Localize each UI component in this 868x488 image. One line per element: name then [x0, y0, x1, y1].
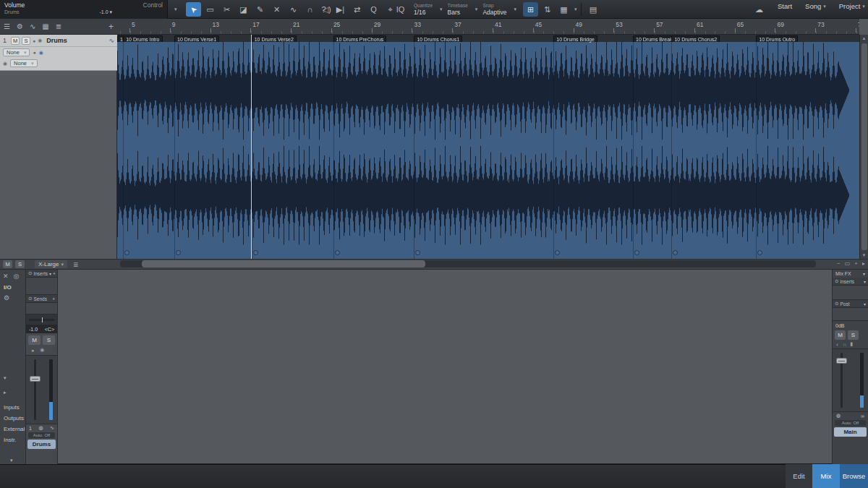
track-grid-icon[interactable]: ▦: [42, 22, 48, 30]
input-quantize-button[interactable]: IQ: [393, 2, 408, 17]
keyboard-panel-button[interactable]: ▤: [586, 2, 601, 17]
automation-icon[interactable]: ∿: [30, 22, 35, 30]
snap-mode-button[interactable]: ⊞: [523, 2, 538, 17]
channel-monitor-icon[interactable]: ◉: [40, 347, 44, 353]
horizontal-scrollbar[interactable]: [120, 260, 816, 267]
add-insert-button[interactable]: +: [53, 271, 56, 276]
post-power-icon[interactable]: ⊙: [835, 301, 838, 307]
channel-volume-value[interactable]: -1.0: [29, 327, 38, 332]
drums-audio-event[interactable]: [117, 42, 859, 259]
output-speaker-icon[interactable]: ◉: [3, 61, 7, 67]
rail-item-instr[interactable]: Instr.: [0, 435, 26, 445]
post-list[interactable]: [833, 308, 868, 321]
main-inserts-caret-icon[interactable]: ▾: [864, 279, 866, 284]
section-tab[interactable]: 10 Drums Bridge: [553, 35, 597, 42]
channel-pan-value[interactable]: <C>: [45, 327, 54, 332]
channel-solo-button[interactable]: S: [43, 335, 55, 345]
song-page-button[interactable]: Song▾: [805, 2, 826, 10]
timebase-value[interactable]: Bars: [448, 9, 468, 16]
main-solo-button[interactable]: S: [848, 330, 859, 340]
track-mute-button[interactable]: M: [11, 37, 20, 45]
channel-name-tab[interactable]: Drums: [27, 440, 56, 449]
project-page-button[interactable]: Project▾: [839, 2, 865, 10]
bar-ruler[interactable]: 591317212529333741454953576165697377: [117, 19, 859, 35]
close-console-button[interactable]: ✕: [3, 273, 9, 280]
main-gain-value[interactable]: 0dB: [833, 321, 868, 329]
scroll-right-icon[interactable]: ▸: [862, 260, 865, 267]
input-monitor-icon[interactable]: ◉: [39, 50, 43, 56]
inserts-power-icon[interactable]: ⊙: [28, 270, 32, 276]
arrow-tool-button[interactable]: ➤: [186, 2, 201, 17]
channel-mute-button[interactable]: M: [28, 335, 41, 345]
paint-tool-button[interactable]: ✎: [252, 2, 268, 17]
expand-banks-icon[interactable]: ▸: [4, 390, 7, 395]
split-tool-button[interactable]: ✂: [219, 2, 234, 17]
track-header-drums[interactable]: 1 M S ● ◉ Drums ∿ None▾ ● ◉ ◉ None▾: [0, 35, 117, 71]
autoscroll-button[interactable]: ⇄: [349, 2, 365, 17]
parameter-value[interactable]: -1.0 ▾: [99, 9, 112, 15]
zoom-out-button[interactable]: −: [837, 260, 841, 267]
range-tool-button[interactable]: ▭: [203, 2, 218, 17]
sends-power-icon[interactable]: ⊙: [28, 296, 32, 301]
footer-list-icon[interactable]: ≣: [73, 261, 79, 268]
section-tab[interactable]: 10 Drums Chorus2: [671, 35, 720, 42]
follow-playback-button[interactable]: ▶|: [333, 2, 348, 17]
track-height-button[interactable]: ⇅: [540, 2, 555, 17]
main-fader-cap[interactable]: [836, 358, 847, 364]
mixfx-label[interactable]: Mix FX: [835, 271, 861, 276]
bend-tool-button[interactable]: ∿: [286, 2, 301, 17]
rail-item-outputs[interactable]: Outputs: [0, 413, 26, 424]
track-wrench-icon[interactable]: ⚙: [17, 22, 23, 30]
global-mute-button[interactable]: M: [3, 260, 12, 268]
track-record-arm-icon[interactable]: ●: [33, 38, 35, 43]
quantize-toggle-button[interactable]: Q: [366, 2, 381, 17]
collapse-banks-icon[interactable]: ▾: [4, 375, 7, 381]
main-globe-icon[interactable]: ◍: [836, 413, 841, 419]
section-tab[interactable]: 10 Drums Break: [633, 35, 676, 42]
rail-item-inputs[interactable]: Inputs: [0, 402, 26, 413]
main-meter-icon[interactable]: ▮: [850, 341, 853, 347]
pan-control[interactable]: [26, 314, 57, 325]
section-tab[interactable]: 10 Drums Outro: [756, 35, 798, 42]
eraser-tool-button[interactable]: ◪: [236, 2, 251, 17]
track-monitor-icon[interactable]: ◉: [38, 38, 42, 43]
vertical-scrollbar[interactable]: ▴ ▾: [859, 35, 868, 259]
start-page-button[interactable]: Start: [778, 2, 792, 10]
mix-view-button[interactable]: Mix: [812, 464, 840, 488]
horizontal-scroll-handle[interactable]: [142, 260, 425, 267]
browse-view-button[interactable]: Browse: [840, 464, 868, 488]
main-fader[interactable]: [833, 348, 868, 412]
main-name-tab[interactable]: Main: [834, 427, 867, 437]
timebase-selector[interactable]: Timebase Bars: [448, 4, 468, 16]
add-send-button[interactable]: +: [52, 296, 55, 301]
main-automation-mode[interactable]: Auto: Off: [835, 420, 866, 426]
quantize-value[interactable]: 1/16: [414, 9, 433, 16]
timebase-caret-icon[interactable]: ▾: [475, 7, 478, 12]
main-inserts-power-icon[interactable]: ⊙: [835, 278, 838, 284]
mute-tool-button[interactable]: ✕: [269, 2, 284, 17]
param-dropdown-caret-icon[interactable]: ▾: [174, 7, 177, 12]
input-record-icon[interactable]: ●: [33, 50, 35, 55]
parameter-display[interactable]: Volume Control Drums -1.0 ▾: [0, 0, 168, 19]
grid-caret-icon[interactable]: ▾: [574, 7, 577, 12]
help-button[interactable]: ?: [316, 2, 331, 17]
main-headphone-icon[interactable]: ∩: [843, 342, 846, 347]
inserts-caret-icon[interactable]: ▾: [49, 271, 51, 276]
track-list-icon[interactable]: ≣: [56, 22, 61, 30]
channel-automation-mode[interactable]: Auto: Off: [28, 432, 55, 438]
scroll-down-icon[interactable]: ▾: [860, 252, 868, 259]
playhead[interactable]: [251, 35, 252, 259]
snap-caret-icon[interactable]: ▾: [514, 7, 516, 12]
io-tab[interactable]: I/O: [0, 280, 25, 291]
post-caret-icon[interactable]: ▾: [864, 301, 866, 307]
channel-globe-icon[interactable]: ◍: [38, 425, 43, 431]
sends-list[interactable]: [26, 303, 57, 314]
edit-view-button[interactable]: Edit: [786, 464, 812, 488]
section-tab[interactable]: 10 Drums Chorus1: [414, 35, 462, 42]
snap-value[interactable]: Adaptive: [482, 9, 506, 16]
section-tab[interactable]: 10 Drums Intro: [123, 35, 162, 42]
main-mono-icon[interactable]: ◐: [836, 342, 839, 347]
zoom-in-button[interactable]: +: [854, 260, 858, 267]
fader-cap[interactable]: [30, 376, 41, 382]
mixfx-caret-icon[interactable]: ▾: [863, 271, 865, 276]
